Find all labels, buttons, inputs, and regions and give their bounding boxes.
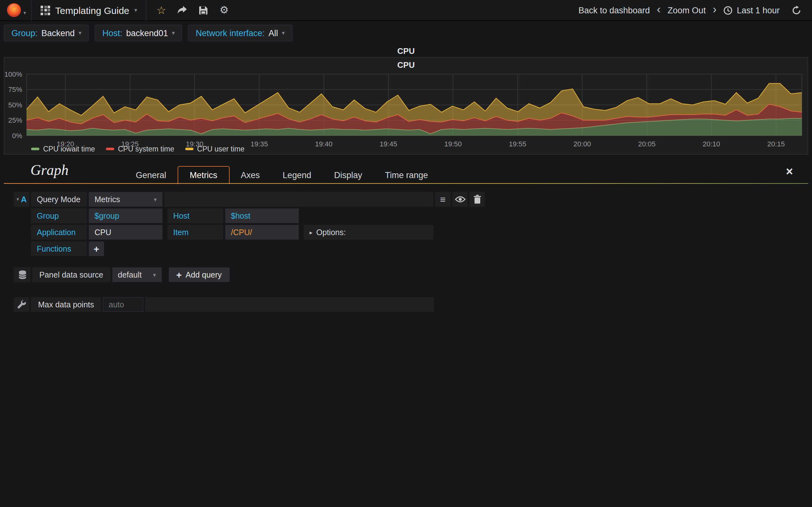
chevron-right-icon[interactable]: › [713, 4, 716, 15]
time-range-label: Last 1 hour [737, 5, 780, 15]
navbar-actions: ☆ ⚙ [147, 4, 239, 16]
legend-color-dash [106, 148, 114, 150]
svg-text:19:50: 19:50 [444, 140, 462, 148]
star-icon[interactable]: ☆ [156, 4, 167, 16]
group-label: Group [31, 209, 87, 223]
item-label: Item [167, 225, 223, 239]
template-variables-row: Group: Backend ▾ Host: backend01 ▾ Netwo… [4, 25, 293, 41]
clock-icon [723, 5, 733, 15]
svg-text:19:35: 19:35 [251, 140, 268, 148]
template-var-host[interactable]: Host: backend01 ▾ [95, 25, 183, 41]
template-var-label: Group: [11, 28, 38, 38]
collapse-caret-icon: ▾ [16, 196, 19, 202]
tab-time-range[interactable]: Time range [374, 167, 440, 184]
query-mode-dropdown[interactable]: Metrics ▾ [89, 192, 162, 207]
template-var-label: Host: [102, 28, 122, 38]
panel-header-title[interactable]: CPU [0, 46, 812, 56]
panel-title[interactable]: CPU [4, 58, 808, 70]
chevron-down-icon: ▾ [153, 272, 156, 278]
refresh-icon[interactable] [791, 4, 802, 16]
datasource-icon-cell [14, 268, 31, 282]
host-label: Host [167, 209, 223, 223]
legend-color-dash [185, 148, 193, 150]
datasource-row: Panel data source default ▾ + Add query [14, 268, 229, 282]
navbar: ▾ Templating Guide ▾ ☆ [0, 0, 812, 21]
query-row-functions: Functions + [31, 241, 106, 256]
wrench-icon [17, 300, 26, 309]
legend-item[interactable]: CPU user time [185, 145, 245, 153]
grafana-menu-button[interactable]: ▾ [0, 0, 31, 20]
template-var-group[interactable]: Group: Backend ▾ [4, 25, 89, 41]
functions-label: Functions [31, 241, 87, 256]
max-data-points-input[interactable] [103, 297, 144, 312]
add-function-button[interactable]: + [89, 241, 104, 256]
zoom-out-button[interactable]: Zoom Out [668, 5, 706, 15]
template-var-netif[interactable]: Network interface: All ▾ [188, 25, 293, 41]
query-toggle-visibility-button[interactable] [452, 192, 467, 207]
application-input[interactable]: CPU [89, 225, 162, 239]
item-input[interactable]: /CPU/ [225, 225, 299, 239]
chevron-left-icon[interactable]: ‹ [657, 4, 661, 15]
chevron-down-icon: ▾ [23, 10, 26, 15]
chevron-down-icon: ▾ [282, 30, 285, 36]
query-menu-button[interactable]: ≡ [435, 192, 450, 207]
max-data-points-label: Max data points [31, 297, 101, 312]
query-ref-toggle[interactable]: ▾ A [14, 192, 29, 207]
grafana-app: ▾ Templating Guide ▾ ☆ [0, 0, 812, 507]
tab-underline [4, 183, 808, 184]
tab-axes[interactable]: Axes [229, 167, 271, 184]
database-icon [17, 270, 27, 279]
save-icon[interactable] [198, 4, 209, 16]
tab-legend[interactable]: Legend [271, 167, 322, 184]
query-row-a: ▾ A Query Mode Metrics ▾ ≡ [14, 192, 485, 207]
grafana-logo [6, 3, 21, 18]
svg-text:19:45: 19:45 [380, 140, 397, 148]
plus-icon: + [94, 244, 99, 253]
chevron-down-icon: ▾ [172, 30, 175, 36]
chevron-down-icon: ▾ [135, 7, 137, 13]
row-filler [146, 297, 434, 312]
close-icon[interactable]: × [786, 165, 793, 177]
application-label: Application [31, 225, 87, 239]
navbar-right: Back to dashboard ‹ Zoom Out › Last 1 ho… [578, 4, 812, 16]
legend-label: CPU user time [197, 145, 245, 153]
time-picker-button[interactable]: Last 1 hour [723, 5, 780, 15]
svg-text:75%: 75% [8, 86, 22, 94]
svg-text:25%: 25% [8, 116, 22, 124]
dashboard-title: Templating Guide [55, 5, 129, 15]
template-var-label: Network interface: [196, 28, 265, 38]
chart-legend: CPU iowait timeCPU system timeCPU user t… [31, 145, 245, 153]
legend-item[interactable]: CPU iowait time [31, 145, 95, 153]
row-filler [164, 192, 433, 207]
dashboard-title-dropdown[interactable]: Templating Guide ▾ [32, 0, 146, 20]
datasource-dropdown[interactable]: default ▾ [112, 268, 162, 282]
group-input[interactable]: $group [89, 209, 162, 223]
settings-gear-icon[interactable]: ⚙ [218, 4, 230, 16]
add-query-button[interactable]: + Add query [169, 268, 230, 282]
eye-icon [455, 195, 465, 204]
share-icon[interactable] [177, 4, 188, 16]
svg-text:19:40: 19:40 [315, 140, 333, 148]
tab-display[interactable]: Display [322, 167, 374, 184]
legend-color-dash [31, 148, 39, 150]
datasource-label: Panel data source [32, 268, 110, 282]
options-icon-cell [14, 297, 29, 312]
svg-text:0%: 0% [12, 132, 22, 140]
legend-label: CPU iowait time [43, 145, 95, 153]
chevron-down-icon: ▾ [154, 196, 157, 203]
host-input[interactable]: $host [225, 209, 299, 223]
query-delete-button[interactable] [469, 192, 485, 207]
dashboard-grid-icon [41, 5, 50, 15]
query-row-group-host: Group $group Host $host [31, 209, 301, 223]
editor-header: Graph General Metrics Axes Legend Displa… [4, 164, 808, 184]
back-to-dashboard-button[interactable]: Back to dashboard [578, 5, 650, 15]
legend-item[interactable]: CPU system time [106, 145, 174, 153]
chevron-down-icon: ▾ [79, 30, 82, 36]
options-toggle[interactable]: ▸ Options: [304, 225, 433, 239]
query-mode-value: Metrics [95, 195, 120, 204]
datasource-value: default [118, 270, 142, 279]
panel-type-title: Graph [31, 162, 68, 179]
tab-general[interactable]: General [124, 167, 177, 184]
tab-metrics[interactable]: Metrics [177, 166, 229, 184]
editor-tabs: General Metrics Axes Legend Display Time… [124, 166, 439, 184]
